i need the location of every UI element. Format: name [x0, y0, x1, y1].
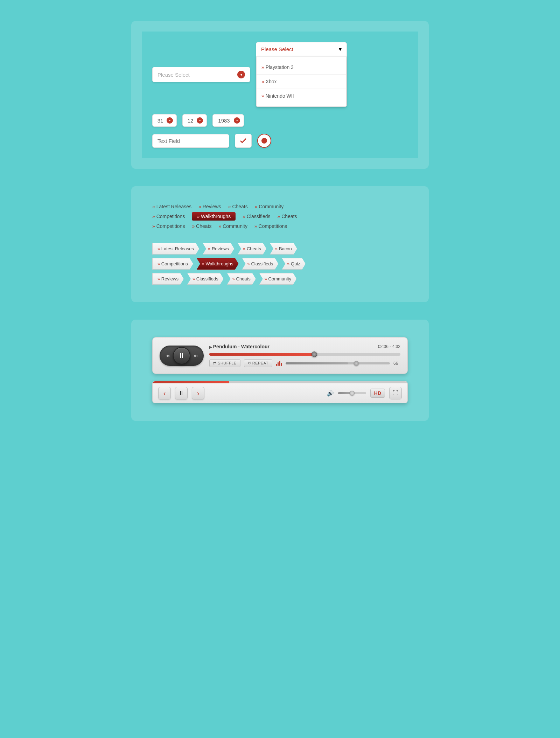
volume-level: 66	[393, 361, 400, 366]
player-title-row: Pendulum - Watercolour 02:36 - 4:32	[209, 344, 400, 349]
text-navigation: Latest Releases Reviews Cheats Community…	[152, 204, 408, 229]
nav-cheats-3[interactable]: Cheats	[192, 223, 211, 229]
video-next-icon: ›	[197, 389, 200, 397]
arrow-quiz[interactable]: Quiz	[282, 258, 306, 270]
arrow-reviews-1[interactable]: Reviews	[203, 243, 234, 255]
arrow-nav-row-2: Competitions Walkthroughs Classifieds Qu…	[152, 258, 408, 270]
progress-handle[interactable]	[312, 351, 317, 357]
arrow-classifieds[interactable]: Classifieds	[242, 258, 279, 270]
fullscreen-button[interactable]: ⛶	[389, 387, 402, 399]
fullscreen-icon: ⛶	[393, 390, 398, 396]
video-pause-icon: ⏸	[178, 390, 184, 396]
chevron-down-icon-right: ▾	[339, 46, 342, 53]
player-transport-controls: ⏮ ⏸ ⏭	[160, 346, 204, 366]
radio-inner	[261, 138, 267, 144]
select-placeholder-right: Please Select	[261, 46, 339, 52]
volume-handle[interactable]	[354, 361, 359, 366]
text-nav-row-1: Latest Releases Reviews Cheats Community	[152, 204, 408, 209]
video-player: ‹ ⏸ › 🔊 HD ⛶	[152, 381, 408, 403]
player-bottom-controls: ⇄ SHUFFLE ↺ REPEAT	[209, 359, 400, 367]
day-chevron-icon: ▾	[167, 117, 173, 124]
progress-fill	[209, 353, 314, 356]
day-select[interactable]: 31 ▾	[152, 114, 177, 127]
track-time: 02:36 - 4:32	[378, 344, 400, 349]
arrow-bacon[interactable]: Bacon	[270, 243, 297, 255]
dropdown-option-xbox[interactable]: Xbox	[257, 75, 346, 89]
bar-1	[276, 364, 277, 366]
month-chevron-icon: ▾	[197, 117, 203, 124]
repeat-icon: ↺	[248, 361, 252, 365]
arrow-cheats-1[interactable]: Cheats	[238, 243, 266, 255]
arrow-competitions[interactable]: Competitions	[152, 258, 193, 270]
video-prev-button[interactable]: ‹	[158, 387, 171, 399]
video-volume-slider[interactable]	[338, 392, 366, 394]
year-chevron-icon: ▾	[234, 117, 240, 124]
text-nav-row-2: Competitions Walkthroughs Classifieds Ch…	[152, 212, 408, 221]
nav-walkthroughs-2[interactable]: Walkthroughs	[192, 212, 236, 221]
video-controls: ‹ ⏸ › 🔊 HD ⛶	[153, 383, 407, 403]
arrow-community-3[interactable]: Community	[259, 273, 297, 285]
next-track-button[interactable]: ⏭	[190, 350, 201, 361]
year-select[interactable]: 1983 ▾	[212, 114, 244, 127]
hd-button[interactable]: HD	[370, 389, 385, 398]
pause-button[interactable]: ⏸	[173, 347, 190, 364]
arrow-navigation: Latest Releases Reviews Cheats Bacon Com…	[152, 243, 408, 285]
bar-4	[281, 363, 282, 366]
month-value: 12	[186, 118, 195, 124]
arrow-nav-row-3: Reviews Classifieds Cheats Community	[152, 273, 408, 285]
nav-competitions-3a[interactable]: Competitions	[152, 223, 185, 229]
nav-cheats-1[interactable]: Cheats	[228, 204, 248, 209]
shuffle-icon: ⇄	[213, 361, 218, 365]
select-dropdown-left[interactable]: Please Select ▾	[152, 67, 250, 82]
nav-reviews-1[interactable]: Reviews	[198, 204, 221, 209]
video-progress-bar[interactable]	[153, 381, 407, 383]
day-value: 31	[156, 118, 164, 124]
progress-bar[interactable]	[209, 353, 400, 356]
video-progress-fill	[153, 381, 229, 383]
radio-button[interactable]	[257, 134, 271, 148]
nav-community-3[interactable]: Community	[218, 223, 247, 229]
volume-icon[interactable]: 🔊	[327, 390, 334, 397]
arrow-latest-releases[interactable]: Latest Releases	[152, 243, 199, 255]
track-title: Pendulum - Watercolour	[209, 344, 270, 349]
equalizer-icon	[276, 361, 282, 366]
nav-classifieds-2[interactable]: Classifieds	[243, 214, 270, 219]
text-nav-row-3: Competitions Cheats Community Competitio…	[152, 223, 408, 229]
dropdown-option-nintendo[interactable]: Nintendo WII	[257, 89, 346, 103]
arrow-walkthroughs[interactable]: Walkthroughs	[197, 258, 239, 270]
player-info: Pendulum - Watercolour 02:36 - 4:32	[209, 344, 400, 367]
chevron-down-icon-left: ▾	[237, 71, 245, 78]
nav-community-1[interactable]: Community	[255, 204, 284, 209]
video-volume-handle[interactable]	[350, 391, 355, 396]
video-pause-button[interactable]: ⏸	[175, 387, 188, 399]
arrow-nav-row-1: Latest Releases Reviews Cheats Bacon	[152, 243, 408, 255]
text-field-input[interactable]	[152, 134, 229, 148]
arrow-classifieds-3[interactable]: Classifieds	[187, 273, 224, 285]
prev-track-button[interactable]: ⏮	[162, 350, 173, 361]
arrow-reviews-3[interactable]: Reviews	[152, 273, 184, 285]
month-select[interactable]: 12 ▾	[182, 114, 207, 127]
bar-3	[279, 361, 280, 366]
select-dropdown-right[interactable]: Please Select ▾ Playstation 3 Xbox Ninte…	[256, 42, 347, 107]
repeat-button[interactable]: ↺ REPEAT	[244, 359, 272, 367]
dropdown-header[interactable]: Please Select ▾	[256, 42, 346, 56]
arrow-cheats-3[interactable]: Cheats	[227, 273, 256, 285]
volume-slider[interactable]	[286, 362, 390, 364]
dropdown-option-ps3[interactable]: Playstation 3	[257, 60, 346, 75]
bar-2	[278, 362, 279, 366]
nav-latest-releases-1[interactable]: Latest Releases	[152, 204, 191, 209]
check-button[interactable]	[235, 134, 252, 148]
nav-competitions-2[interactable]: Competitions	[152, 214, 185, 219]
volume-fill	[286, 362, 348, 364]
nav-competitions-3b[interactable]: Competitions	[254, 223, 287, 229]
music-player: ⏮ ⏸ ⏭ Pendulum - Watercolour 02:36 - 4:3…	[152, 337, 408, 374]
select-placeholder-left: Please Select	[158, 72, 237, 78]
video-next-button[interactable]: ›	[192, 387, 204, 399]
year-value: 1983	[216, 118, 232, 124]
video-prev-icon: ‹	[163, 389, 166, 397]
nav-cheats-2[interactable]: Cheats	[278, 214, 297, 219]
pause-icon: ⏸	[178, 351, 185, 360]
shuffle-button[interactable]: ⇄ SHUFFLE	[209, 359, 240, 367]
